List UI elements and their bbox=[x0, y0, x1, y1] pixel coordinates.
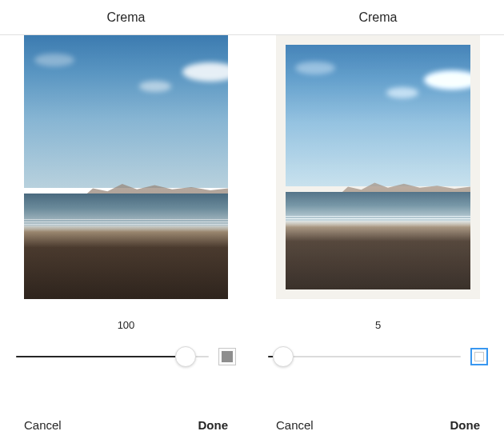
right-panel: Crema 5 bbox=[252, 0, 504, 447]
intensity-slider[interactable] bbox=[268, 345, 461, 368]
done-button[interactable]: Done bbox=[450, 418, 481, 432]
filter-title: Crema bbox=[0, 0, 252, 35]
frame-toggle-button[interactable] bbox=[218, 348, 236, 365]
bottom-bar: Cancel Done bbox=[0, 403, 252, 447]
cancel-button[interactable]: Cancel bbox=[24, 418, 62, 432]
slider-thumb[interactable] bbox=[175, 346, 196, 367]
filter-title: Crema bbox=[252, 0, 504, 35]
slider-area: 100 bbox=[0, 307, 252, 379]
slider-value-label: 100 bbox=[118, 319, 135, 331]
slider-track-fill bbox=[16, 356, 186, 357]
done-button[interactable]: Done bbox=[198, 418, 229, 432]
slider-thumb[interactable] bbox=[273, 346, 294, 367]
slider-area: 5 bbox=[252, 307, 504, 379]
cancel-button[interactable]: Cancel bbox=[276, 418, 314, 432]
intensity-slider[interactable] bbox=[16, 345, 209, 368]
frame-icon bbox=[222, 351, 233, 362]
frame-toggle-button[interactable] bbox=[470, 348, 488, 365]
preview-area bbox=[0, 35, 252, 307]
editor-container: Crema 100 bbox=[0, 0, 504, 447]
bottom-bar: Cancel Done bbox=[252, 403, 504, 447]
left-panel: Crema 100 bbox=[0, 0, 252, 447]
slider-value-label: 5 bbox=[375, 319, 381, 331]
frame-icon bbox=[474, 352, 484, 361]
photo-preview[interactable] bbox=[24, 35, 228, 299]
photo-preview[interactable] bbox=[276, 35, 480, 299]
preview-area bbox=[252, 35, 504, 307]
